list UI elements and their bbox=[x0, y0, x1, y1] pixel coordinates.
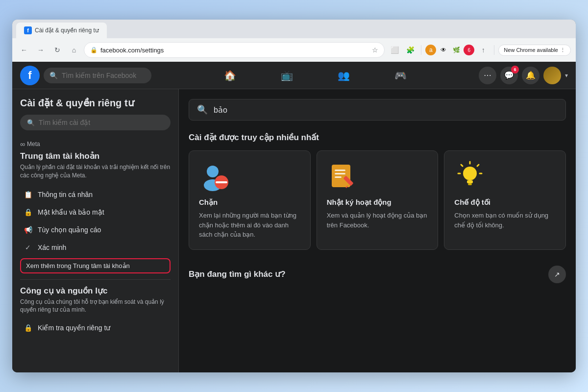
cast-icon[interactable]: ⬜ bbox=[388, 43, 401, 57]
notifications-button[interactable]: 🔔 bbox=[522, 67, 539, 84]
tools-title: Công cụ và nguồn lực bbox=[20, 286, 171, 296]
personal-icon: 📋 bbox=[23, 190, 33, 199]
sidebar-search-icon: 🔍 bbox=[27, 119, 35, 126]
avatar-chevron: ▾ bbox=[565, 72, 568, 79]
nav-friends[interactable]: 👥 bbox=[316, 64, 371, 87]
facebook-header: f 🔍 🏠 📺 👥 🎮 ⋯ 💬 6 bbox=[12, 62, 576, 89]
activity-card-desc: Xem và quản lý hoạt động của bạn trên Fa… bbox=[327, 211, 428, 230]
browser-chrome: f Cài đặt & quyền riêng tư ← → ↻ ⌂ 🔒 fac… bbox=[12, 20, 576, 62]
extension-amazon[interactable]: a bbox=[425, 45, 436, 55]
profile-avatar[interactable] bbox=[543, 67, 561, 84]
address-bar[interactable]: 🔒 facebook.com/settings ☆ bbox=[84, 42, 385, 58]
block-icon bbox=[199, 161, 230, 192]
external-link-button[interactable]: ↗ bbox=[548, 266, 566, 283]
external-link-icon: ↗ bbox=[554, 270, 560, 278]
toolbar-divider-2 bbox=[494, 45, 494, 55]
meta-logo: ∞ Meta bbox=[20, 140, 171, 148]
password-label: Mật khẩu và bảo mật bbox=[38, 208, 104, 216]
fb-nav: 🏠 📺 👥 🎮 bbox=[155, 64, 475, 87]
search-more-title: Bạn đang tìm gì khác ư? bbox=[189, 269, 286, 279]
extensions-icon[interactable]: 🧩 bbox=[403, 43, 417, 57]
svg-rect-5 bbox=[335, 170, 345, 171]
browser-tab[interactable]: f Cài đặt & quyền riêng tư bbox=[16, 23, 107, 38]
svg-line-16 bbox=[477, 165, 479, 166]
nav-home[interactable]: 🏠 bbox=[202, 64, 257, 87]
activity-card-title: Nhật ký hoạt động bbox=[327, 198, 428, 207]
sidebar-item-ads[interactable]: 📢 Tùy chọn quảng cáo bbox=[20, 221, 171, 239]
settings-search-bar[interactable]: 🔍 bbox=[189, 99, 566, 121]
tab-title: Cài đặt & quyền riêng tư bbox=[35, 27, 99, 34]
nav-video[interactable]: 📺 bbox=[259, 64, 314, 87]
sidebar-search-bar[interactable]: 🔍 bbox=[20, 115, 171, 130]
settings-cards-row: Chặn Xem lại những người mà bạn từng chặ… bbox=[189, 150, 566, 250]
darkmode-card[interactable]: Chế độ tối Chọn xem bạn có muốn sử dụng … bbox=[444, 150, 566, 250]
block-card-desc: Xem lại những người mà bạn từng chặn hoặ… bbox=[199, 211, 300, 240]
fb-search-icon: 🔍 bbox=[49, 72, 58, 79]
darkmode-icon bbox=[454, 161, 486, 192]
verify-icon: ✓ bbox=[23, 243, 33, 252]
view-more-button[interactable]: Xem thêm trong Trung tâm tài khoản bbox=[20, 258, 171, 273]
account-center-desc: Quản lý phần cài đặt tài khoản và trải n… bbox=[20, 163, 171, 180]
block-card[interactable]: Chặn Xem lại những người mà bạn từng chặ… bbox=[189, 150, 311, 250]
facebook-app: f 🔍 🏠 📺 👥 🎮 ⋯ 💬 6 bbox=[12, 62, 576, 372]
messenger-badge: 6 bbox=[511, 66, 519, 74]
browser-toolbar: ← → ↻ ⌂ 🔒 facebook.com/settings ☆ ⬜ 🧩 a … bbox=[12, 38, 576, 62]
extension-eye[interactable]: 👁 bbox=[438, 45, 449, 55]
new-chrome-badge[interactable]: New Chrome available ⋮ bbox=[498, 45, 571, 56]
activity-card[interactable]: Nhật ký hoạt động Xem và quản lý hoạt độ… bbox=[317, 150, 439, 250]
messenger-button[interactable]: 💬 6 bbox=[500, 67, 518, 84]
toolbar-divider bbox=[421, 45, 421, 55]
svg-point-10 bbox=[463, 167, 477, 180]
browser-window: f Cài đặt & quyền riêng tư ← → ↻ ⌂ 🔒 fac… bbox=[12, 20, 576, 372]
back-button[interactable]: ← bbox=[17, 43, 31, 57]
settings-search-input[interactable] bbox=[214, 105, 558, 114]
forward-button[interactable]: → bbox=[34, 43, 48, 57]
reload-button[interactable]: ↻ bbox=[50, 43, 64, 57]
activity-icon bbox=[327, 161, 358, 192]
extension-plant[interactable]: 🌿 bbox=[451, 45, 462, 55]
settings-search-icon: 🔍 bbox=[197, 104, 208, 115]
settings-sidebar: Cài đặt & quyền riêng tư 🔍 ∞ Meta Trung … bbox=[12, 89, 179, 372]
settings-main: 🔍 Cài đặt được truy cập nhiều nhất bbox=[179, 89, 576, 372]
sidebar-search-input[interactable] bbox=[39, 119, 164, 126]
account-center-title: Trung tâm tài khoản bbox=[20, 151, 171, 161]
tab-bar: f Cài đặt & quyền riêng tư bbox=[12, 20, 576, 38]
privacy-check-icon: 🔒 bbox=[23, 323, 33, 333]
fb-search-bar[interactable]: 🔍 bbox=[44, 68, 151, 83]
new-chrome-dots: ⋮ bbox=[560, 47, 565, 53]
verify-label: Xác minh bbox=[38, 244, 66, 251]
svg-line-17 bbox=[461, 165, 463, 166]
privacy-check-label: Kiểm tra quyền riêng tư bbox=[38, 324, 110, 332]
sidebar-item-verify[interactable]: ✓ Xác minh bbox=[20, 239, 171, 256]
bookmark-icon: ☆ bbox=[372, 46, 378, 54]
ads-icon: 📢 bbox=[23, 225, 33, 235]
password-icon: 🔒 bbox=[23, 207, 33, 217]
url-text: facebook.com/settings bbox=[100, 47, 369, 54]
nav-gaming[interactable]: 🎮 bbox=[373, 64, 428, 87]
sidebar-title: Cài đặt & quyền riêng tư bbox=[20, 97, 171, 109]
svg-rect-7 bbox=[335, 176, 342, 178]
darkmode-card-desc: Chọn xem bạn có muốn sử dụng chế độ tối … bbox=[454, 211, 556, 230]
apps-icon: ⋯ bbox=[484, 71, 491, 80]
svg-rect-11 bbox=[467, 180, 473, 183]
most-accessed-heading: Cài đặt được truy cập nhiều nhất bbox=[189, 132, 566, 143]
apps-button[interactable]: ⋯ bbox=[479, 67, 496, 84]
share-icon[interactable]: ↑ bbox=[476, 43, 490, 57]
sidebar-item-personal[interactable]: 📋 Thông tin cá nhân bbox=[20, 186, 171, 203]
sidebar-divider bbox=[20, 279, 171, 280]
fb-header-right: ⋯ 💬 6 🔔 ▾ bbox=[479, 67, 568, 84]
svg-point-0 bbox=[207, 166, 219, 177]
block-card-title: Chặn bbox=[199, 198, 300, 207]
extension-badge[interactable]: 6 bbox=[464, 45, 474, 55]
home-button[interactable]: ⌂ bbox=[67, 43, 81, 57]
tools-desc: Công cụ của chúng tôi hỗ trợ bạn kiểm so… bbox=[20, 298, 171, 315]
notifications-icon: 🔔 bbox=[526, 71, 536, 80]
sidebar-item-password[interactable]: 🔒 Mật khẩu và bảo mật bbox=[20, 203, 171, 221]
fb-logo-letter: f bbox=[28, 69, 31, 82]
sidebar-item-privacy-check[interactable]: 🔒 Kiểm tra quyền riêng tư bbox=[20, 319, 171, 337]
fb-search-input[interactable] bbox=[62, 72, 140, 79]
personal-label: Thông tin cá nhân bbox=[38, 191, 93, 198]
lock-icon: 🔒 bbox=[90, 47, 98, 53]
darkmode-card-title: Chế độ tối bbox=[454, 198, 556, 207]
fb-content: Cài đặt & quyền riêng tư 🔍 ∞ Meta Trung … bbox=[12, 89, 576, 372]
